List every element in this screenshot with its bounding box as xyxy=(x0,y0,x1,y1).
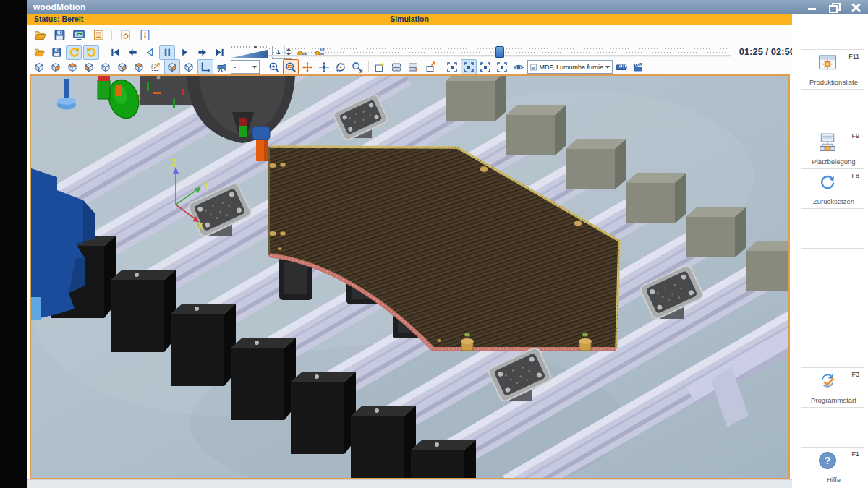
separator xyxy=(103,47,103,58)
skip-end-button[interactable] xyxy=(211,45,227,60)
production-list-button[interactable] xyxy=(90,26,107,43)
view-front-cube-icon[interactable] xyxy=(31,59,47,74)
view-iso-cube-icon[interactable] xyxy=(131,59,147,74)
material-select[interactable]: MDF, Lumumba furniert xyxy=(527,60,613,74)
pan-icon[interactable] xyxy=(299,59,315,74)
step-forward-button[interactable] xyxy=(194,45,210,60)
fkey-label: F9 xyxy=(851,132,859,140)
play-button[interactable] xyxy=(176,45,192,60)
file-toolbar xyxy=(27,25,792,44)
sidebar-button-label: Zurücksetzen xyxy=(799,197,868,205)
new-part-icon[interactable] xyxy=(372,59,388,74)
camera-view-icon[interactable] xyxy=(214,59,230,74)
speed-slider-marker[interactable] xyxy=(254,46,257,48)
fit-part-icon[interactable] xyxy=(461,59,477,74)
view-toolbar: - MDF, Lumumba furniert xyxy=(27,60,792,74)
part-stack-arrow-icon[interactable] xyxy=(405,59,421,74)
window-title: woodMotion xyxy=(27,2,86,12)
timeline-scrubber[interactable] xyxy=(268,46,731,59)
simulation-viewport[interactable]: Z Y X xyxy=(30,74,790,479)
part-export-icon[interactable] xyxy=(422,59,438,74)
speed-slider-ramp xyxy=(231,50,268,58)
view-3d-cube-icon[interactable] xyxy=(164,59,180,74)
help-icon: ? xyxy=(818,451,837,470)
fkey-label: F11 xyxy=(848,53,859,60)
separator xyxy=(111,30,112,40)
placement-icon xyxy=(818,133,837,152)
camera-select[interactable]: - xyxy=(231,60,260,74)
redo-button[interactable] xyxy=(83,45,99,60)
view-back-cube-icon[interactable] xyxy=(48,59,64,74)
save-button-2[interactable] xyxy=(48,45,64,60)
mode-label: Simulation xyxy=(27,14,792,23)
open-file-button-2[interactable] xyxy=(31,45,47,60)
step-back-button[interactable] xyxy=(124,45,140,60)
zoom-window-icon[interactable] xyxy=(283,59,299,74)
view-right-cube-icon[interactable] xyxy=(114,59,130,74)
sidebar-button-label: Produktionsliste xyxy=(799,78,868,86)
file-info-button[interactable] xyxy=(136,26,153,43)
pause-button[interactable] xyxy=(159,45,175,60)
sidebar-button-label: Platzbelegung xyxy=(799,158,868,166)
close-icon[interactable] xyxy=(851,3,861,12)
rotate-view-icon[interactable] xyxy=(333,59,349,74)
minimize-icon[interactable] xyxy=(807,3,817,12)
axes-toggle-icon[interactable] xyxy=(197,59,213,74)
camera-select-value: - xyxy=(234,64,236,71)
view-left-cube-icon[interactable] xyxy=(98,59,114,74)
zoom-dynamic-icon[interactable] xyxy=(349,59,365,74)
speed-slider-ticks xyxy=(231,46,268,48)
simulation-settings-button[interactable] xyxy=(70,26,88,43)
axis-label-y: Y xyxy=(203,181,209,191)
zoom-in-icon[interactable] xyxy=(266,59,282,74)
record-clapper-icon[interactable] xyxy=(630,59,646,74)
time-display: 01:25 / 02:50 xyxy=(733,46,795,57)
sidebar-button-zuruecksetzen[interactable]: F8 Zurücksetzen xyxy=(799,168,868,208)
title-bar[interactable]: woodMotion xyxy=(27,0,868,14)
skip-start-button[interactable] xyxy=(107,45,123,60)
chevron-down-icon xyxy=(252,66,257,69)
center-view-icon[interactable] xyxy=(316,59,332,74)
play-backward-button[interactable] xyxy=(142,45,158,60)
view-perspective-icon[interactable] xyxy=(148,59,163,74)
timeline-handle[interactable] xyxy=(495,46,504,58)
desktop-background xyxy=(0,0,27,488)
undo-button[interactable] xyxy=(66,45,82,60)
playback-toolbar: 1 01:25 / 02:50 xyxy=(27,44,792,60)
axis-label-z: Z xyxy=(171,158,176,168)
sidebar-button-label: Programmstart xyxy=(799,396,868,404)
bottom-strip xyxy=(27,479,792,488)
fit-all-icon[interactable] xyxy=(477,59,493,74)
restore-icon[interactable] xyxy=(829,3,839,12)
sidebar-button-produktionsliste[interactable]: F11 Produktionsliste xyxy=(799,49,868,89)
visibility-eye-icon[interactable] xyxy=(511,59,527,74)
fit-selection-icon[interactable] xyxy=(444,59,460,74)
fkey-label: F1 xyxy=(851,450,859,458)
window-controls xyxy=(807,0,861,14)
sidebar-button-platzbelegung[interactable]: F9 Platzbelegung xyxy=(799,129,868,168)
fkey-label: F3 xyxy=(851,371,859,378)
separator xyxy=(263,61,263,72)
view-top-cube-icon[interactable] xyxy=(64,59,80,74)
open-file-button[interactable] xyxy=(31,26,48,43)
woodmotion-window: woodMotion Status: Bereit Simulation xyxy=(27,0,868,488)
save-button[interactable] xyxy=(51,26,68,43)
sidebar-button-programmstart[interactable]: F3 Programmstart xyxy=(799,367,868,407)
ruler-icon[interactable] xyxy=(613,59,629,74)
view-bottom-cube-icon[interactable] xyxy=(81,59,97,74)
sidebar-button-hilfe[interactable]: F1 ? Hilfe xyxy=(799,447,868,487)
program-start-icon xyxy=(818,372,837,390)
part-stack-icon[interactable] xyxy=(388,59,404,74)
file-refresh-button[interactable] xyxy=(116,26,134,43)
axis-label-x: X xyxy=(197,221,203,231)
function-sidebar: F11 Produktionsliste F9 Platzbelegung F8… xyxy=(792,14,868,488)
chevron-down-icon xyxy=(605,66,610,69)
fit-window-icon[interactable] xyxy=(494,59,510,74)
view-plain-cube-icon[interactable] xyxy=(181,59,197,74)
speed-slider[interactable] xyxy=(231,46,268,58)
material-select-value: MDF, Lumumba furniert xyxy=(539,64,603,71)
production-list-window-icon xyxy=(818,53,837,72)
help-question-glyph: ? xyxy=(819,452,836,469)
reset-icon xyxy=(818,173,837,192)
sidebar-button-label: Hilfe xyxy=(799,476,868,484)
